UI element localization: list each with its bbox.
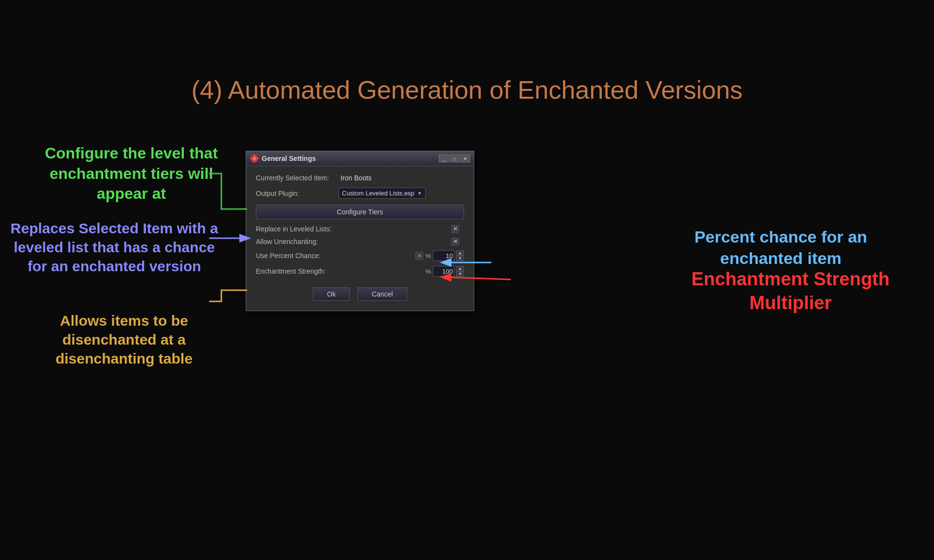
use-percent-chance-row: Use Percent Chance: ✕ % ▲ ▼ bbox=[256, 250, 464, 261]
use-percent-chance-label: Use Percent Chance: bbox=[256, 252, 321, 260]
svg-point-1 bbox=[252, 157, 256, 160]
select-arrow-icon: ▼ bbox=[417, 191, 422, 196]
use-percent-up[interactable]: ▲ bbox=[456, 250, 464, 256]
page-title: (4) Automated Generation of Enchanted Ve… bbox=[0, 75, 934, 105]
dialog-controls: _ □ ✕ bbox=[439, 155, 470, 162]
use-percent-input[interactable] bbox=[433, 250, 454, 261]
enchantment-strength-up[interactable]: ▲ bbox=[456, 266, 464, 271]
enchantment-strength-row: Enchantment Strength: % ▲ ▼ bbox=[256, 266, 464, 277]
dialog-icon bbox=[250, 154, 259, 163]
replace-leveled-lists-checkbox[interactable]: ✕ bbox=[451, 225, 459, 233]
close-button[interactable]: ✕ bbox=[460, 155, 470, 162]
percent-checkbox[interactable]: ✕ bbox=[415, 252, 423, 260]
replace-leveled-lists-row: Replace in Leveled Lists: ✕ bbox=[256, 225, 464, 233]
annotation-replaces: Replaces Selected Item with a leveled li… bbox=[10, 219, 219, 276]
allow-unenchanting-label: Allow Unenchanting: bbox=[256, 238, 318, 245]
dialog-titlebar: General Settings _ □ ✕ bbox=[246, 151, 474, 166]
general-settings-dialog: General Settings _ □ ✕ Currently Selecte… bbox=[246, 151, 474, 311]
selected-item-row: Currently Selected Item: Iron Boots bbox=[256, 174, 464, 182]
use-percent-spinner: ▲ ▼ bbox=[456, 250, 464, 261]
minimize-button[interactable]: _ bbox=[439, 155, 449, 162]
dialog-title-text: General Settings bbox=[262, 155, 316, 162]
allow-unenchanting-checkbox[interactable]: ✕ bbox=[451, 238, 459, 245]
output-plugin-select[interactable]: Custom Leveled Lists.esp ▼ bbox=[339, 188, 426, 199]
dialog-title-left: General Settings bbox=[250, 154, 316, 163]
output-plugin-row: Output Plugin: Custom Leveled Lists.esp … bbox=[256, 188, 464, 199]
selected-item-value: Iron Boots bbox=[341, 174, 372, 182]
percent-symbol-1: % bbox=[425, 252, 431, 260]
selected-item-label: Currently Selected Item: bbox=[256, 174, 339, 182]
enchantment-strength-label: Enchantment Strength: bbox=[256, 267, 325, 275]
percent-symbol-2: % bbox=[425, 268, 431, 275]
output-plugin-label: Output Plugin: bbox=[256, 190, 339, 197]
use-percent-control: ✕ % ▲ ▼ bbox=[415, 250, 464, 261]
ok-button[interactable]: Ok bbox=[313, 287, 350, 301]
annotation-enchantment: Enchantment Strength Multiplier bbox=[686, 267, 895, 315]
output-plugin-selected-value: Custom Leveled Lists.esp bbox=[342, 190, 414, 197]
replace-leveled-lists-label: Replace in Leveled Lists: bbox=[256, 225, 332, 233]
maximize-button[interactable]: □ bbox=[449, 155, 459, 162]
annotation-allows: Allows items to be disenchanted at a dis… bbox=[27, 311, 221, 368]
dialog-buttons: Ok Cancel bbox=[256, 281, 464, 303]
configure-tiers-button[interactable]: Configure Tiers bbox=[256, 205, 464, 219]
dialog-content: Currently Selected Item: Iron Boots Outp… bbox=[246, 166, 474, 311]
enchantment-strength-down[interactable]: ▼ bbox=[456, 271, 464, 277]
use-percent-down[interactable]: ▼ bbox=[456, 256, 464, 261]
allow-unenchanting-row: Allow Unenchanting: ✕ bbox=[256, 238, 464, 245]
enchantment-strength-control: % ▲ ▼ bbox=[425, 266, 464, 277]
enchantment-strength-input[interactable] bbox=[433, 266, 454, 277]
enchantment-strength-spinner: ▲ ▼ bbox=[456, 266, 464, 277]
annotation-percent: Percent chance for an enchanted item bbox=[676, 226, 885, 269]
cancel-button[interactable]: Cancel bbox=[358, 287, 407, 301]
annotation-configure: Configure the level that enchantment tie… bbox=[29, 143, 234, 204]
